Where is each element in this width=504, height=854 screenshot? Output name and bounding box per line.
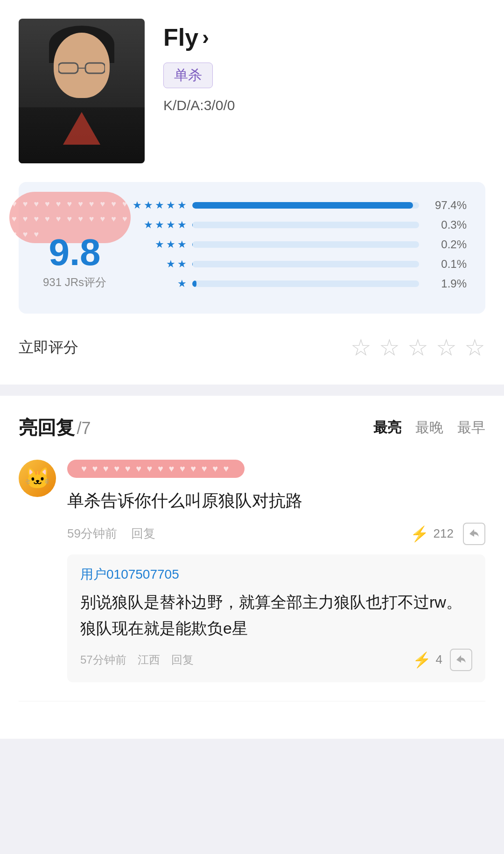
sub-like-count: 4 (436, 652, 442, 667)
share-icon (468, 527, 481, 540)
svg-rect-1 (85, 63, 105, 73)
stars-5: ★ ★ ★ ★ ★ (131, 199, 187, 211)
comments-count: /7 (77, 419, 91, 438)
stars-1: ★ (131, 278, 187, 290)
bar-track-5 (192, 202, 419, 209)
bar-row-1: ★ 1.9% (131, 277, 467, 290)
comment-avatar-cat: 🐱 (19, 460, 56, 497)
like-button[interactable]: ⚡ 212 (410, 525, 454, 543)
sub-lightning-icon: ⚡ (413, 651, 431, 669)
bar-row-4: ★ ★ ★ ★ 0.3% (131, 218, 467, 231)
rate-star-4[interactable]: ☆ (436, 334, 457, 361)
bar-row-5: ★ ★ ★ ★ ★ 97.4% (131, 199, 467, 212)
svg-rect-0 (58, 63, 78, 73)
comment-username-area: ♥ ♥ ♥ ♥ ♥ ♥ ♥ ♥ ♥ ♥ ♥ ♥ ♥ ♥ (67, 460, 485, 480)
rate-now-row: 立即评分 ☆ ☆ ☆ ☆ ☆ (19, 327, 485, 361)
bar-percent-5: 97.4% (425, 199, 467, 212)
bar-fill-1 (192, 280, 196, 287)
bar-row-2: ★ ★ 0.1% (131, 258, 467, 271)
player-avatar (19, 19, 145, 163)
sub-comment-reply-btn[interactable]: 回复 (171, 652, 194, 667)
sort-tab-earliest[interactable]: 最早 (457, 414, 485, 441)
sub-comment-text: 别说狼队是替补边野，就算全部主力狼队也打不过rw。狼队现在就是能欺负e星 (80, 589, 472, 641)
comments-section: 亮回复 /7 最亮 最晚 最早 🐱 ♥ ♥ ♥ ♥ ♥ ♥ ♥ ♥ ♥ ♥ ♥ … (0, 396, 504, 739)
jacket (19, 107, 145, 163)
kda-text: K/D/A:3/0/0 (163, 98, 485, 113)
bar-percent-4: 0.3% (425, 218, 467, 231)
comment-reply-btn[interactable]: 回复 (131, 525, 155, 542)
player-name-chevron-icon: › (202, 26, 209, 49)
bar-fill-5 (192, 202, 413, 209)
comment-item: 🐱 ♥ ♥ ♥ ♥ ♥ ♥ ♥ ♥ ♥ ♥ ♥ ♥ ♥ ♥ 单杀告诉你什么叫原狼… (19, 460, 485, 701)
sub-share-button[interactable] (450, 649, 472, 671)
kill-badge: 单杀 (163, 63, 213, 88)
bar-track-2 (192, 261, 419, 267)
stars-2: ★ ★ (131, 258, 187, 270)
sort-tab-latest[interactable]: 最晚 (415, 414, 443, 441)
rate-now-label[interactable]: 立即评分 (19, 337, 78, 358)
username-heart-cloud: ♥ ♥ ♥ ♥ ♥ ♥ ♥ ♥ ♥ ♥ ♥ ♥ ♥ ♥ (67, 460, 245, 478)
sub-comment-meta-left: 57分钟前 江西 回复 (80, 652, 194, 667)
bar-track-1 (192, 280, 419, 287)
comment-time: 59分钟前 (67, 525, 117, 542)
bar-fill-4 (192, 222, 193, 228)
share-button[interactable] (463, 523, 485, 545)
bar-row-3: ★ ★ ★ 0.2% (131, 238, 467, 251)
rate-stars[interactable]: ☆ ☆ ☆ ☆ ☆ (350, 334, 485, 361)
bar-percent-2: 0.1% (425, 258, 467, 271)
comment-body: ♥ ♥ ♥ ♥ ♥ ♥ ♥ ♥ ♥ ♥ ♥ ♥ ♥ ♥ 单杀告诉你什么叫原狼队对… (67, 460, 485, 682)
comments-header: 亮回复 /7 最亮 最晚 最早 (19, 414, 485, 441)
stars-3: ★ ★ ★ (131, 238, 187, 251)
rate-star-5[interactable]: ☆ (464, 334, 485, 361)
player-info: Fly › 单杀 K/D/A:3/0/0 (163, 19, 485, 113)
sub-share-icon (455, 653, 468, 666)
rating-score: 9.8 (49, 234, 100, 271)
cat-avatar-icon: 🐱 (19, 460, 56, 497)
comment-meta: 59分钟前 回复 ⚡ 212 (67, 523, 485, 545)
rate-star-2[interactable]: ☆ (379, 334, 400, 361)
player-card: Fly › 单杀 K/D/A:3/0/0 9.8 931 JRs评分 ★ ★ ★… (0, 0, 504, 385)
stars-4: ★ ★ ★ ★ (131, 219, 187, 231)
bar-track-4 (192, 222, 419, 228)
bar-percent-1: 1.9% (425, 277, 467, 290)
rate-star-1[interactable]: ☆ (350, 334, 371, 361)
like-count: 212 (434, 526, 454, 541)
rating-bars: ★ ★ ★ ★ ★ 97.4% ★ ★ ★ ★ (131, 199, 467, 297)
sub-comment-username: 用户0107507705 (80, 566, 472, 583)
sort-tabs: 最亮 最晚 最早 (373, 414, 485, 441)
sub-comment-time: 57分钟前 (80, 652, 126, 667)
bar-track-3 (192, 241, 419, 248)
comment-meta-left: 59分钟前 回复 (67, 525, 155, 542)
player-avatar-container (19, 19, 145, 163)
sub-comment-location: 江西 (138, 652, 160, 667)
comments-title-group: 亮回复 /7 (19, 415, 91, 441)
sub-like-button[interactable]: ⚡ 4 (413, 651, 442, 669)
bar-percent-3: 0.2% (425, 238, 467, 251)
player-name-text: Fly (163, 23, 198, 51)
lightning-icon: ⚡ (410, 525, 429, 543)
rating-left: 9.8 931 JRs评分 (37, 206, 112, 290)
bar-fill-3 (192, 241, 193, 248)
rating-count: 931 JRs评分 (43, 275, 106, 290)
rate-star-3[interactable]: ☆ (407, 334, 428, 361)
player-name[interactable]: Fly › (163, 23, 485, 51)
comment-text: 单杀告诉你什么叫原狼队对抗路 (67, 487, 485, 514)
glasses-icon (58, 61, 105, 75)
sort-tab-brightest[interactable]: 最亮 (373, 414, 401, 441)
player-avatar-image (19, 19, 145, 163)
player-header: Fly › 单杀 K/D/A:3/0/0 (19, 19, 485, 163)
sub-comment: 用户0107507705 别说狼队是替补边野，就算全部主力狼队也打不过rw。狼队… (67, 554, 485, 682)
rating-section: 9.8 931 JRs评分 ★ ★ ★ ★ ★ 97.4% (19, 182, 485, 314)
sub-comment-meta: 57分钟前 江西 回复 ⚡ 4 (80, 649, 472, 671)
sub-comment-actions: ⚡ 4 (413, 649, 472, 671)
comments-title: 亮回复 (19, 417, 75, 438)
comment-meta-right: ⚡ 212 (410, 523, 485, 545)
